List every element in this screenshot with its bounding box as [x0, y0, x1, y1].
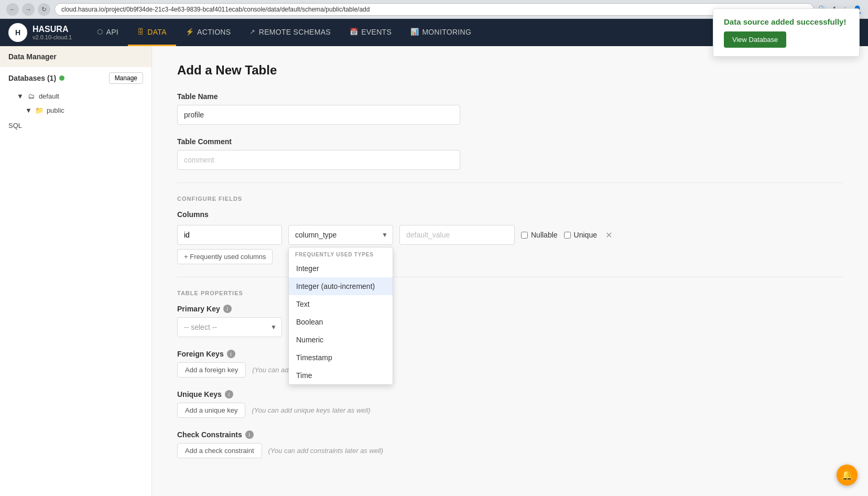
column-row-1: column_type ▼ FREQUENTLY USED TYPES Inte… — [177, 225, 843, 245]
dropdown-section-label: FREQUENTLY USED TYPES — [289, 247, 393, 260]
remove-column-button[interactable]: ✕ — [603, 228, 614, 242]
nav-monitoring[interactable]: 📊 MONITORING — [401, 19, 481, 46]
freq-columns-label: + Frequently used columns — [184, 253, 266, 261]
sidebar: Data Manager Databases (1) Manage ▼ 🗂 de… — [0, 46, 152, 496]
nav-data[interactable]: 🗄 DATA — [128, 19, 176, 46]
add-constraint-button[interactable]: Add a check constraint — [177, 443, 262, 458]
foreign-keys-label-row: Foreign Keys i — [177, 350, 843, 358]
nav-api-label: API — [106, 28, 118, 36]
unique-checkbox-group: Unique — [564, 231, 597, 239]
events-icon: 📅 — [350, 28, 358, 36]
primary-key-section: Primary Key i -- select -- ▼ — [177, 305, 843, 337]
dropdown-item-integer[interactable]: Integer — [289, 260, 393, 277]
unique-checkbox[interactable] — [564, 232, 571, 239]
db-icon: 🗂 — [28, 92, 35, 100]
check-constraints-section: Check Constraints i Add a check constrai… — [177, 430, 843, 458]
nav-events[interactable]: 📅 EVENTS — [340, 19, 401, 46]
dropdown-item-text[interactable]: Text — [289, 295, 393, 313]
constraint-note: (You can add constraints later as well) — [268, 447, 384, 455]
foreign-keys-info-icon[interactable]: i — [227, 350, 235, 358]
nullable-checkbox[interactable] — [521, 232, 528, 239]
primary-key-select[interactable]: -- select -- — [177, 317, 282, 337]
nav-events-label: EVENTS — [361, 28, 392, 36]
view-database-button[interactable]: View Database — [724, 31, 786, 48]
app-body: Data Manager Databases (1) Manage ▼ 🗂 de… — [0, 46, 868, 496]
sidebar-section-title: Data Manager — [0, 46, 151, 67]
manage-button[interactable]: Manage — [109, 72, 143, 84]
sidebar-item-default[interactable]: ▼ 🗂 default — [0, 89, 151, 103]
nav-items: ⬡ API 🗄 DATA ⚡ ACTIONS ↗ REMOTE SCHEMAS … — [88, 19, 481, 46]
url-text: cloud.hasura.io/project/0b9f34de-21c3-4e… — [61, 6, 370, 13]
dropdown-item-boolean[interactable]: Boolean — [289, 313, 393, 331]
table-comment-section: Table Comment — [177, 137, 843, 170]
unique-keys-label: Unique Keys — [177, 390, 222, 398]
column-name-input[interactable] — [177, 225, 282, 245]
primary-key-label: Primary Key — [177, 305, 220, 313]
back-button[interactable]: ← — [6, 3, 19, 16]
check-constraints-label-row: Check Constraints i — [177, 430, 843, 439]
main-content: Add a New Table Table Name Table Comment… — [152, 46, 868, 496]
unique-keys-label-row: Unique Keys i — [177, 390, 843, 398]
nav-api[interactable]: ⬡ API — [88, 19, 128, 46]
forward-button[interactable]: → — [22, 3, 35, 16]
dropdown-item-timestamp[interactable]: Timestamp — [289, 349, 393, 366]
dropdown-item-time[interactable]: Time — [289, 366, 393, 384]
sidebar-item-public[interactable]: ▼ 📁 public — [0, 103, 151, 117]
sidebar-item-sql[interactable]: SQL — [0, 117, 151, 134]
pk-select-wrapper: -- select -- ▼ — [177, 317, 282, 337]
column-default-input[interactable] — [399, 225, 515, 245]
unique-keys-row: Add a unique key (You can add unique key… — [177, 403, 843, 418]
databases-label: Databases (1) — [8, 74, 64, 82]
foreign-keys-row: Add a foreign key (You can add foreign k… — [177, 362, 843, 378]
nav-remote-schemas[interactable]: ↗ REMOTE SCHEMAS — [240, 19, 340, 46]
app-name: HASURA — [32, 25, 72, 34]
column-type-dropdown: FREQUENTLY USED TYPES Integer Integer (a… — [288, 247, 393, 385]
freq-columns-button[interactable]: + Frequently used columns — [177, 249, 273, 264]
logo-letter: H — [15, 28, 20, 37]
foreign-keys-label: Foreign Keys — [177, 350, 224, 358]
notification-bell[interactable]: 🔔 — [837, 465, 858, 486]
check-constraints-info-icon[interactable]: i — [245, 430, 254, 439]
add-foreign-key-button[interactable]: Add a foreign key — [177, 362, 246, 378]
nullable-checkbox-group: Nullable — [521, 231, 558, 239]
unique-keys-info-icon[interactable]: i — [225, 390, 233, 398]
table-comment-label: Table Comment — [177, 137, 843, 146]
folder-icon: 📁 — [35, 106, 44, 114]
default-db-label: default — [39, 92, 59, 100]
hasura-logo: H — [8, 23, 27, 42]
logo-text-group: HASURA v2.0.10-cloud.1 — [32, 25, 72, 40]
table-name-input[interactable] — [177, 105, 460, 125]
dropdown-item-integer-auto[interactable]: Integer (auto-increment) — [289, 277, 393, 295]
green-dot-icon — [59, 76, 64, 81]
monitoring-icon: 📊 — [410, 28, 419, 36]
column-type-value: column_type — [295, 231, 337, 239]
address-bar[interactable]: cloud.hasura.io/project/0b9f34de-21c3-4e… — [55, 3, 814, 16]
remote-schemas-icon: ↗ — [249, 28, 255, 36]
browser-controls: ← → ↻ — [6, 3, 50, 16]
check-constraints-label: Check Constraints — [177, 430, 242, 439]
public-schema-label: public — [47, 106, 64, 114]
table-comment-input[interactable] — [177, 150, 460, 170]
api-icon: ⬡ — [97, 28, 103, 36]
toast-notification: Data source added successfully! View Dat… — [713, 8, 860, 57]
columns-label: Columns — [177, 210, 843, 219]
add-unique-key-button[interactable]: Add a unique key — [177, 403, 245, 418]
uk-note: (You can add unique keys later as well) — [252, 406, 370, 414]
divider-2 — [177, 277, 843, 277]
unique-keys-section: Unique Keys i Add a unique key (You can … — [177, 390, 843, 418]
primary-key-info-icon[interactable]: i — [223, 305, 232, 313]
divider-1 — [177, 182, 843, 183]
dropdown-item-numeric[interactable]: Numeric — [289, 331, 393, 349]
column-type-select[interactable]: column_type — [288, 225, 393, 245]
toast-message: Data source added successfully! — [724, 17, 849, 26]
nav-monitoring-label: MONITORING — [422, 28, 471, 36]
table-name-section: Table Name — [177, 92, 843, 125]
nav-actions[interactable]: ⚡ ACTIONS — [176, 19, 241, 46]
nullable-label: Nullable — [531, 231, 558, 239]
expand-arrow-icon: ▼ — [17, 92, 24, 100]
reload-button[interactable]: ↻ — [38, 3, 50, 16]
check-constraints-row: Add a check constraint (You can add cons… — [177, 443, 843, 458]
expand-arrow-public-icon: ▼ — [25, 106, 32, 114]
page-title: Add a New Table — [177, 63, 843, 78]
databases-text: Databases (1) — [8, 74, 56, 82]
